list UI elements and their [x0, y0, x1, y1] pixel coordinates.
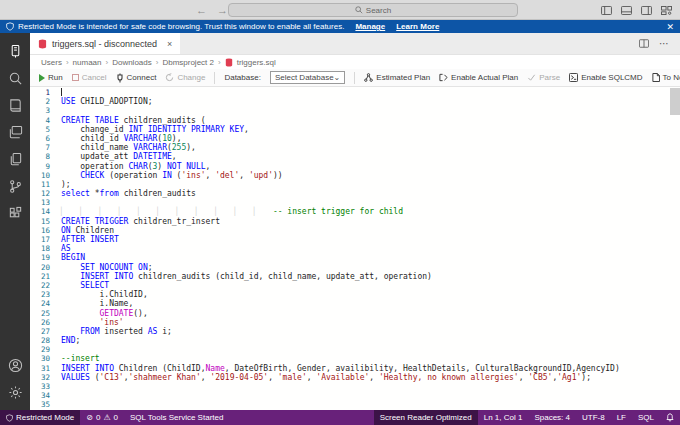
code-area[interactable]: 12USE CHILD_ADOPTION;34CREATE TABLE chil…: [30, 88, 680, 410]
code-line[interactable]: 24 i.Name,: [30, 299, 680, 308]
code-line[interactable]: 6 child_id VARCHAR(10),: [30, 134, 680, 143]
sidebar-item-connections[interactable]: [0, 38, 30, 65]
search-icon: [355, 6, 363, 14]
code-line[interactable]: 33: [30, 382, 680, 391]
settings-button[interactable]: [0, 379, 30, 406]
server-connections-icon: [8, 44, 23, 59]
account-button[interactable]: [0, 352, 30, 379]
code-line[interactable]: 25 GETDATE(),: [30, 309, 680, 318]
code-line[interactable]: 12select *from children_audits: [30, 189, 680, 198]
sql-file-icon: [225, 58, 233, 67]
sidebar-item-explorer[interactable]: [0, 119, 30, 146]
enable-actual-plan-button[interactable]: Enable Actual Plan: [439, 73, 518, 82]
plan-nodes-icon: [364, 73, 373, 82]
restricted-mode-status[interactable]: Restricted Mode: [0, 410, 80, 425]
code-editor[interactable]: 12USE CHILD_ADOPTION;34CREATE TABLE chil…: [30, 87, 680, 410]
code-line[interactable]: 19BEGIN: [30, 253, 680, 262]
line-number: 33: [30, 382, 50, 391]
nav-forward-icon[interactable]: →: [217, 4, 228, 16]
code-line[interactable]: 18AS: [30, 244, 680, 253]
tab-triggers-sql[interactable]: triggers.sql - disconnected ×: [30, 33, 180, 54]
code-line[interactable]: 5 change_id INT IDENTITY PRIMARY KEY,: [30, 125, 680, 134]
split-editor-icon[interactable]: [639, 39, 649, 48]
run-button[interactable]: Run: [39, 73, 63, 82]
language-mode-status[interactable]: SQL: [632, 410, 660, 425]
tab-close-icon[interactable]: ×: [167, 39, 172, 49]
breadcrumb-item[interactable]: Downloads: [112, 58, 152, 67]
code-line[interactable]: 28END;: [30, 336, 680, 345]
cursor-position-status[interactable]: Ln 1, Col 1: [478, 410, 529, 425]
eol-status[interactable]: LF: [611, 410, 632, 425]
cancel-button[interactable]: Cancel: [72, 73, 107, 82]
copy-pages-icon: [8, 152, 23, 167]
actual-plan-icon: [439, 73, 448, 82]
search-input[interactable]: Search: [228, 3, 518, 17]
line-number: 16: [30, 226, 50, 235]
code-line[interactable]: 16ON Children: [30, 226, 680, 235]
code-line[interactable]: 22 SELECT: [30, 281, 680, 290]
banner-close-icon[interactable]: ✕: [666, 22, 674, 32]
sidebar-item-search[interactable]: [0, 65, 30, 92]
code-line[interactable]: 2USE CHILD_ADOPTION;: [30, 97, 680, 106]
code-line[interactable]: 23 i.ChildID,: [30, 290, 680, 299]
learn-more-link[interactable]: Learn More: [396, 22, 439, 31]
encoding-status[interactable]: UTF-8: [576, 410, 611, 425]
code-line[interactable]: 34: [30, 391, 680, 400]
code-line[interactable]: 3: [30, 106, 680, 115]
line-number: 34: [30, 391, 50, 400]
scrollbar-thumb[interactable]: [670, 88, 680, 115]
breadcrumb-item[interactable]: Dbmsproject 2: [162, 58, 214, 67]
parse-button[interactable]: Parse: [527, 73, 560, 82]
code-line[interactable]: 30--insert: [30, 354, 680, 363]
toggle-panel-icon[interactable]: [621, 6, 632, 15]
chevron-down-icon: ⌄: [334, 73, 341, 82]
code-line[interactable]: 10 CHECK (operation IN ('ins', 'del', 'u…: [30, 171, 680, 180]
notifications-bell[interactable]: [660, 410, 680, 425]
code-line[interactable]: 21 INSERT INTO children_audits (child_id…: [30, 272, 680, 281]
breadcrumb-item[interactable]: numaan: [73, 58, 102, 67]
code-line[interactable]: 17AFTER INSERT: [30, 235, 680, 244]
sql-tools-service-status[interactable]: SQL Tools Service Started: [124, 410, 229, 425]
to-notebook-button[interactable]: To Notebook: [652, 73, 680, 82]
breadcrumb-item[interactable]: Users: [41, 58, 62, 67]
database-dropdown[interactable]: Select Database ⌄: [270, 71, 345, 84]
code-line[interactable]: 27 FROM inserted AS i;: [30, 327, 680, 336]
code-line[interactable]: 32VALUES ('C13','shahmeer Khan', '2019-0…: [30, 373, 680, 382]
more-actions-icon[interactable]: ⋯: [659, 38, 670, 49]
breadcrumb-item-file[interactable]: triggers.sql: [237, 58, 276, 67]
connect-button[interactable]: Connect: [116, 73, 157, 83]
code-line[interactable]: 14▏ ▏ ▏ ▏ ▏ ▏ ▏ ▏ ▏ ▏ ▏ -- insert trigge…: [30, 207, 680, 216]
sidebar-item-file-copy[interactable]: [0, 146, 30, 173]
manage-link[interactable]: Manage: [355, 22, 385, 31]
code-line[interactable]: 20 SET NOCOUNT ON;: [30, 263, 680, 272]
line-number: 29: [30, 345, 50, 354]
enable-sqlcmd-button[interactable]: Enable SQLCMD: [569, 73, 642, 82]
windows-stack-icon: [8, 125, 23, 140]
sidebar-item-source-control[interactable]: [0, 173, 30, 200]
problems-status[interactable]: ⊘ 0 ⚠ 0: [80, 410, 124, 425]
code-line[interactable]: 9 operation CHAR(3) NOT NULL,: [30, 162, 680, 171]
nav-back-icon[interactable]: ←: [196, 4, 207, 16]
sidebar-item-extensions[interactable]: [0, 200, 30, 227]
code-line[interactable]: 11);: [30, 180, 680, 189]
line-number: 3: [30, 106, 50, 115]
code-line[interactable]: 1: [30, 88, 680, 97]
code-line[interactable]: 31INSERT INTO Children (ChildID,Name, Da…: [30, 364, 680, 373]
code-line[interactable]: 4CREATE TABLE children_audits (: [30, 116, 680, 125]
code-line[interactable]: 7 child_name VARCHAR(255),: [30, 143, 680, 152]
shield-icon: [6, 414, 13, 422]
toggle-sidebar-icon[interactable]: [601, 6, 612, 15]
indentation-status[interactable]: Spaces: 4: [528, 410, 576, 425]
customize-layout-icon[interactable]: [661, 6, 672, 15]
screen-reader-status[interactable]: Screen Reader Optimized: [374, 410, 478, 425]
toggle-secondary-sidebar-icon[interactable]: [641, 6, 652, 15]
code-line[interactable]: 8 update_att DATETIME,: [30, 152, 680, 161]
change-connection-button[interactable]: Change: [165, 73, 205, 82]
estimated-plan-button[interactable]: Estimated Plan: [364, 73, 430, 82]
code-line[interactable]: 29: [30, 345, 680, 354]
sidebar-item-notebooks[interactable]: [0, 92, 30, 119]
code-line[interactable]: 26 'ins': [30, 318, 680, 327]
tab-title: triggers.sql - disconnected: [52, 39, 157, 49]
code-line[interactable]: 15CREATE TRIGGER children_tr_insert: [30, 217, 680, 226]
code-line[interactable]: 35: [30, 400, 680, 409]
